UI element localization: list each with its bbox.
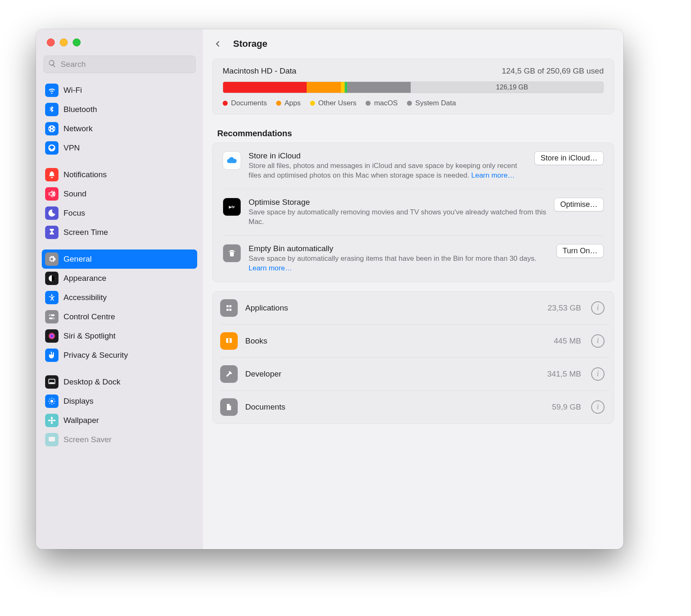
sidebar-item-label: Screen Saver [64,435,112,444]
siri-icon [45,329,58,343]
legend-dot [276,101,281,106]
recommendation-action-button[interactable]: Store in iCloud… [534,151,604,165]
back-button[interactable] [211,36,226,51]
recommendation-action-button[interactable]: Optimise… [554,198,604,211]
svg-text:▶tv: ▶tv [229,204,235,209]
sidebar-item-focus[interactable]: Focus [42,204,197,223]
category-row-books[interactable]: Books445 MBi [220,324,609,357]
switches-icon [45,310,58,323]
free-space-label: 126,19 GB [421,82,603,93]
svg-line-16 [53,399,54,400]
sidebar-item-wallpaper[interactable]: Wallpaper [42,411,197,430]
legend-item: System Data [407,99,456,107]
recommendation-action-button[interactable]: Turn On… [556,244,604,258]
sidebar-item-siri-spotlight[interactable]: Siri & Spotlight [42,326,197,346]
sidebar-item-accessibility[interactable]: Accessibility [42,288,197,307]
sidebar-item-bluetooth[interactable]: Bluetooth [42,100,197,119]
main-content: Storage Macintosh HD - Data 124,5 GB of … [203,29,623,549]
sidebar-item-label: Control Centre [64,312,115,321]
learn-more-link[interactable]: Learn more… [249,264,292,272]
sidebar-item-appearance[interactable]: Appearance [42,269,197,288]
sidebar-item-label: Screen Time [64,228,108,237]
svg-point-19 [51,417,53,419]
close-window-button[interactable] [47,38,55,46]
sidebar-item-label: Accessibility [64,293,107,302]
appearance-icon [45,272,58,285]
sidebar-item-displays[interactable]: Displays [42,392,197,411]
svg-point-6 [49,333,55,339]
bluetooth-icon [45,103,58,116]
recommendation-description: Save space by automatically removing mov… [249,208,546,227]
sidebar-item-screen-saver[interactable]: Screen Saver [42,430,197,449]
dock-icon [45,375,58,389]
legend-label: Apps [285,99,301,107]
category-name: Books [245,336,546,346]
sidebar-item-vpn[interactable]: VPN [42,138,197,158]
tv-icon: ▶tv [223,198,241,216]
minimize-window-button[interactable] [60,38,68,46]
vpn-icon [45,141,58,155]
search-icon [48,59,56,69]
info-icon[interactable]: i [591,334,605,348]
sidebar-item-label: Wallpaper [64,416,99,425]
legend-dot [310,101,315,106]
storage-summary-card: Macintosh HD - Data 124,5 GB of 250,69 G… [212,59,614,115]
legend-dot [366,101,371,106]
category-size: 23,53 GB [548,303,581,313]
category-row-documents[interactable]: Documents59,9 GBi [220,390,609,423]
recommendations-card: Store in iCloudStore all files, photos a… [212,143,614,282]
sidebar-item-desktop-dock[interactable]: Desktop & Dock [42,372,197,392]
book-icon [220,332,238,350]
sidebar-item-sound[interactable]: Sound [42,184,197,204]
info-icon[interactable]: i [591,367,605,381]
sidebar-item-label: General [64,255,92,264]
legend-item: Documents [223,99,267,107]
legend-label: System Data [415,99,456,107]
sidebar-item-notifications[interactable]: Notifications [42,165,197,184]
info-icon[interactable]: i [591,400,605,414]
category-row-developer[interactable]: Developer341,5 MBi [220,357,609,390]
speaker-icon [45,187,58,201]
hammer-icon [220,365,238,383]
recommendation-description: Save space by automatically erasing item… [249,254,549,273]
svg-point-9 [51,400,53,403]
recommendation-row: Store in iCloudStore all files, photos a… [223,143,604,189]
sidebar-item-network[interactable]: Network [42,119,197,138]
system-settings-window: Wi-FiBluetoothNetworkVPNNotificationsSou… [36,29,623,549]
page-title: Storage [233,38,267,49]
svg-rect-23 [49,437,55,441]
storage-categories-card: Applications23,53 GBiBooks445 MBiDevelop… [212,291,614,424]
svg-point-4 [50,315,51,316]
category-row-applications[interactable]: Applications23,53 GBi [220,292,609,324]
category-size: 445 MB [554,336,581,346]
trash-icon [223,244,241,262]
svg-rect-8 [49,382,54,384]
category-name: Applications [245,303,540,313]
sidebar-item-label: Focus [64,209,85,218]
legend-label: macOS [374,99,398,107]
sidebar: Wi-FiBluetoothNetworkVPNNotificationsSou… [36,29,203,549]
sidebar-item-wi-fi[interactable]: Wi-Fi [42,81,197,100]
learn-more-link[interactable]: Learn more… [471,171,515,179]
doc-icon [220,398,238,416]
moon-icon [45,206,58,220]
sidebar-item-label: Network [64,124,93,133]
search-field[interactable] [43,56,196,73]
svg-line-15 [53,403,54,404]
zoom-window-button[interactable] [73,38,81,46]
wifi-icon [45,84,58,97]
bell-icon [45,168,58,181]
svg-point-22 [53,420,56,421]
legend-dot [407,101,412,106]
sidebar-item-control-centre[interactable]: Control Centre [42,307,197,326]
legend-item: Other Users [310,99,357,107]
sidebar-item-privacy-security[interactable]: Privacy & Security [42,346,197,365]
info-icon[interactable]: i [591,301,605,315]
sun-icon [45,395,58,408]
sidebar-item-general[interactable]: General [42,249,197,269]
icloud-icon [223,151,241,170]
recommendation-row: Empty Bin automaticallySave space by aut… [223,235,604,282]
search-input[interactable] [60,59,191,69]
sidebar-item-screen-time[interactable]: Screen Time [42,223,197,242]
category-size: 59,9 GB [552,402,581,412]
